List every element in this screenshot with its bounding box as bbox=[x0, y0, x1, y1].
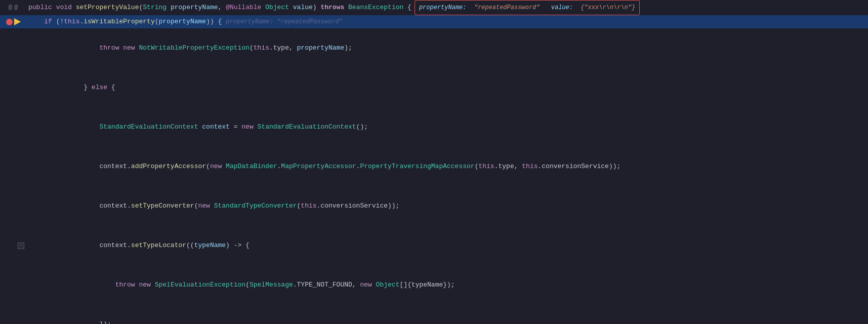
at-icon: @ bbox=[9, 4, 12, 11]
ghost-hint-2: propertyName: "repeatedPassword" bbox=[226, 15, 342, 28]
line-gutter-2 bbox=[0, 18, 26, 25]
code-area: @ @ public void setPropertyValue(String … bbox=[0, 0, 868, 324]
code-line-1: @ @ public void setPropertyValue(String … bbox=[0, 0, 868, 15]
line-3-content: throw new NotWritablePropertyException(t… bbox=[26, 28, 868, 68]
breakpoint-icon[interactable] bbox=[6, 19, 13, 25]
editor-container: @ @ public void setPropertyValue(String … bbox=[0, 0, 868, 324]
code-line-2: if (!this.isWritableProperty(propertyNam… bbox=[0, 15, 868, 28]
line-7-content: context.setTypeConverter(new StandardTyp… bbox=[26, 186, 868, 226]
code-line-6: context.addPropertyAccessor(new MapDataB… bbox=[0, 147, 868, 186]
line-4-content: } else { bbox=[26, 68, 868, 107]
code-line-7: context.setTypeConverter(new StandardTyp… bbox=[0, 186, 868, 226]
code-line-3: throw new NotWritablePropertyException(t… bbox=[0, 28, 868, 68]
code-line-5: StandardEvaluationContext context = new … bbox=[0, 107, 868, 147]
inline-hint-1: propertyName: "repeatedPassword" value: … bbox=[415, 0, 640, 15]
line-5-content: StandardEvaluationContext context = new … bbox=[26, 107, 868, 147]
line-gutter-1: @ @ bbox=[0, 4, 26, 11]
line-6-content: context.addPropertyAccessor(new MapDataB… bbox=[26, 147, 868, 186]
line-10-content: }); bbox=[26, 305, 868, 324]
code-line-4: } else { bbox=[0, 68, 868, 107]
code-lines: @ @ public void setPropertyValue(String … bbox=[0, 0, 868, 324]
at-icon2: @ bbox=[14, 4, 18, 11]
current-line-arrow bbox=[14, 18, 21, 25]
line-gutter-8: - bbox=[0, 242, 26, 249]
code-line-9: throw new SpelEvaluationException(SpelMe… bbox=[0, 265, 868, 305]
line-1-content: public void setPropertyValue(String prop… bbox=[26, 0, 868, 15]
line-9-content: throw new SpelEvaluationException(SpelMe… bbox=[26, 265, 868, 305]
line-8-content: context.setTypeLocator((typeName) -> { bbox=[26, 226, 868, 265]
fold-icon-8[interactable]: - bbox=[18, 242, 24, 249]
code-line-8: - context.setTypeLocator((typeName) -> { bbox=[0, 226, 868, 265]
line-2-content: if (!this.isWritableProperty(propertyNam… bbox=[26, 15, 868, 28]
code-line-10: }); bbox=[0, 305, 868, 324]
